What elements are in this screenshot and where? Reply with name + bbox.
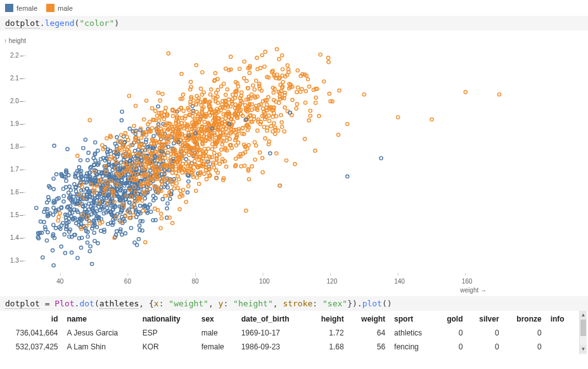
scatter-dot [304,101,307,104]
scatter-dot [166,186,169,189]
svg-text:160: 160 [462,278,473,285]
scatter-dot [346,122,349,125]
legend-label-male: male [58,4,73,12]
scatter-dot [278,101,281,104]
svg-text:–: – [20,189,23,196]
col-sex[interactable]: sex [199,311,239,326]
svg-text:–: – [20,166,23,173]
scroll-up-icon[interactable]: ▲ [580,311,587,320]
col-bronze[interactable]: bronze [506,311,548,326]
scatter-dot [256,68,259,71]
scatter-dot [151,107,154,110]
scatter-dot [124,232,127,235]
scatter-dot [160,212,163,215]
scatter-dot [120,110,124,113]
scatter-dot [269,125,272,128]
cell-height: 1.68 [310,340,350,354]
col-info[interactable]: info [548,311,577,326]
scatter-dot [212,151,215,154]
scatter-chart: ↑ height1.3–1.4–1.5–1.6–1.7–1.8–1.9–2.0–… [0,30,588,296]
scatter-dot [293,163,297,166]
col-gold[interactable]: gold [438,311,469,326]
scatter-dot [336,133,340,136]
scatter-dot [149,169,152,172]
scatter-dot [430,118,433,121]
scatter-dot [216,88,219,91]
svg-text:140: 140 [394,278,405,285]
scatter-dot [323,80,326,83]
scatter-dot [86,241,89,244]
scatter-dot [41,256,44,259]
cell-weight: 56 [350,340,392,354]
code-cell-1[interactable]: dotplot.legend("color") [0,16,588,30]
scatter-dot [303,137,306,141]
scatter-dot [255,79,258,82]
scatter-dot [198,182,201,185]
scatter-dot [82,146,85,149]
swatch-male [46,4,54,12]
col-date_of_birth[interactable]: date_of_birth [239,311,310,326]
scatter-dot [240,165,243,168]
scatter-dot [53,144,56,147]
legend-item-female: female [5,4,37,12]
col-height[interactable]: height [310,311,350,326]
scatter-dot [309,114,312,117]
scatter-dot [171,222,174,225]
scatter-dot [216,171,219,174]
cell-gold: 0 [438,340,469,354]
scatter-dot [175,182,178,185]
col-silver[interactable]: silver [470,311,506,326]
scatter-dot [46,215,49,218]
scatter-dot [307,119,310,122]
cell-sport: fencing [392,340,438,354]
col-sport[interactable]: sport [392,311,438,326]
scatter-dot [77,165,80,168]
scatter-dot [319,53,322,56]
scatter-dot [248,72,251,75]
scatter-dot [52,177,55,180]
cell-silver: 0 [470,326,506,340]
scatter-dot [163,194,167,197]
scatter-dot [73,182,76,185]
scatter-dot [215,108,219,111]
scatter-dot [256,129,259,132]
scatter-dot [229,55,233,58]
scatter-dot [280,121,283,124]
scatter-dot [267,114,271,117]
scatter-dot [272,91,275,94]
scatter-dot [275,152,278,155]
scatter-dot [178,208,181,211]
scatter-dot [54,173,58,176]
chart-legend: female male [0,0,588,16]
scatter-dot [291,98,294,101]
scatter-dot [272,122,276,125]
svg-text:2.0: 2.0 [10,97,19,104]
col-name[interactable]: name [65,311,140,326]
scroll-down-icon[interactable]: ▼ [580,345,587,354]
scatter-dot [66,147,69,151]
scatter-dot [274,115,278,118]
table-row[interactable]: 532,037,425A Lam ShinKORfemale1986-09-23… [0,340,577,354]
scatter-dot [90,262,93,265]
scatter-dot [464,91,467,94]
scatter-dot [283,130,286,133]
scatter-dot [224,165,227,168]
scatter-dot [129,227,132,230]
scatter-dot [99,229,103,232]
scroll-thumb[interactable] [580,320,586,336]
scatter-dot [307,85,310,88]
col-nationality[interactable]: nationality [140,311,199,326]
scatter-dot [35,206,38,210]
cell-nationality: KOR [140,340,199,354]
scatter-dot [46,230,49,234]
svg-text:1.3: 1.3 [10,257,19,264]
scatter-dot [158,99,162,102]
col-id[interactable]: id [0,311,65,326]
scatter-dot [212,166,215,169]
scatter-dot [338,89,341,92]
code-cell-2[interactable]: dotplot = Plot.dot(athletes, {x: "weight… [0,296,588,311]
col-weight[interactable]: weight [350,311,392,326]
table-scrollbar[interactable]: ▲ ▼ [579,311,587,354]
table-row[interactable]: 736,041,664A Jesus GarciaESPmale1969-10-… [0,326,577,340]
scatter-dot [314,101,317,104]
